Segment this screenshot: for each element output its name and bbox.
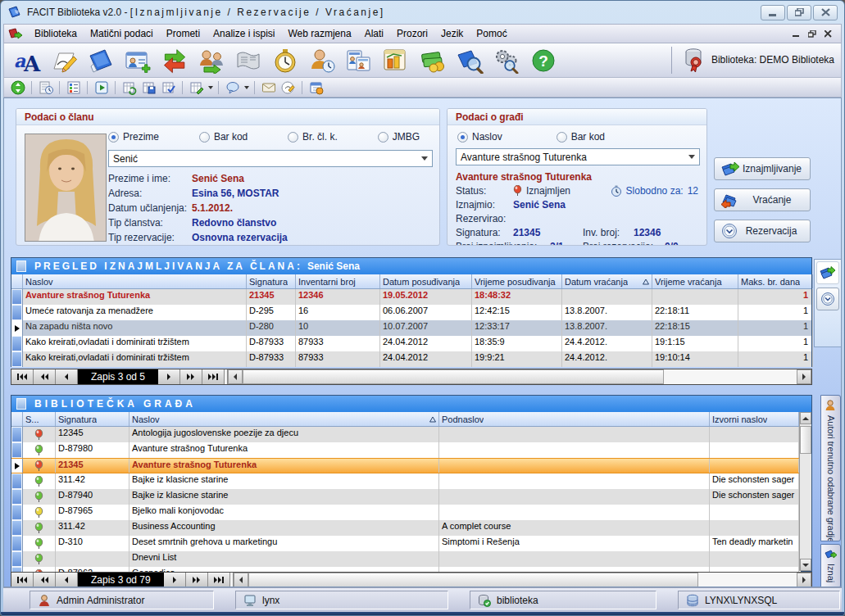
- nav-prev-page-icon[interactable]: [34, 369, 56, 384]
- scroll-left-icon[interactable]: [228, 369, 243, 384]
- catalog-horizontal-scrollbar[interactable]: [233, 573, 811, 587]
- signature-icon[interactable]: [48, 45, 80, 76]
- mdi-minimize-icon[interactable]: [793, 30, 800, 38]
- clock-doc-icon[interactable]: [37, 79, 54, 96]
- member-radio-jmbg[interactable]: JMBG: [378, 131, 420, 143]
- loans-side-tab[interactable]: Iznaj: [820, 544, 841, 587]
- settings-search-icon[interactable]: [490, 45, 523, 76]
- loans-horizontal-scrollbar[interactable]: [227, 369, 811, 384]
- column-header-3[interactable]: Naslov: [129, 412, 439, 426]
- font-style-icon[interactable]: aA: [11, 45, 43, 76]
- member-time-icon[interactable]: [306, 45, 338, 76]
- grid-save-icon[interactable]: [140, 79, 157, 96]
- chart-icon[interactable]: [379, 45, 412, 76]
- return-button[interactable]: Vraćanje: [714, 188, 811, 211]
- close-button[interactable]: [813, 5, 838, 20]
- catalog-table-row[interactable]: D-87940Bajke iz klasicne starineDie scho…: [11, 489, 801, 505]
- catalog-table-row[interactable]: 21345Avanture strašnog Tuturenka: [11, 458, 801, 473]
- menu-item-prometi[interactable]: Prometi: [160, 25, 207, 42]
- catalog-table-row[interactable]: Dnevni List: [11, 551, 801, 567]
- scroll-track[interactable]: [248, 573, 797, 587]
- dropdown-arrow-icon[interactable]: [208, 86, 213, 89]
- menu-item-prozori[interactable]: Prozori: [390, 25, 434, 42]
- column-header-4[interactable]: Podnaslov: [439, 412, 710, 426]
- catalog-table-row[interactable]: D-310Deset smrtnih grehova u marketinguS…: [11, 536, 801, 551]
- nav-next-page-icon[interactable]: [186, 573, 208, 587]
- nav-next-page-icon[interactable]: [180, 369, 202, 384]
- member-radio-br-l-k-[interactable]: Br. čl. k.: [288, 131, 338, 143]
- column-header-8[interactable]: Maks. br. dana: [738, 274, 813, 288]
- column-header-2[interactable]: Signatura: [247, 274, 296, 288]
- catalog-table-row[interactable]: 311.42Bajke iz klasicne starineDie schon…: [11, 473, 801, 489]
- members-transfer-icon[interactable]: [195, 45, 228, 76]
- loan-mini-button[interactable]: [816, 261, 839, 284]
- book-icon[interactable]: [84, 45, 117, 76]
- menu-item-alati[interactable]: Alati: [358, 25, 390, 42]
- column-header-1[interactable]: Naslov: [23, 274, 247, 288]
- loans-table-row[interactable]: Kako kreirati,ovladati i dominirati trži…: [11, 351, 811, 367]
- column-header-7[interactable]: Vrijeme vraćanja: [652, 274, 738, 288]
- loans-table-row[interactable]: Na zapadu ništa novoD-2801010.07.200712:…: [11, 320, 811, 336]
- play-icon[interactable]: [93, 79, 110, 96]
- nav-prev-icon[interactable]: [56, 573, 78, 587]
- loans-table-row[interactable]: Umeće ratovanja za menadžereD-2951606.06…: [11, 305, 811, 320]
- refresh-orb-icon[interactable]: [9, 79, 26, 96]
- scroll-up-icon[interactable]: [800, 412, 811, 424]
- grid-edit-icon[interactable]: [188, 79, 205, 96]
- reserve-button[interactable]: Rezervacija: [714, 220, 811, 242]
- member-radio-bar-kod[interactable]: Bar kod: [199, 131, 248, 143]
- nav-first-icon[interactable]: [11, 573, 34, 587]
- column-header-2[interactable]: Signatura: [56, 412, 129, 426]
- mdi-restore-icon[interactable]: [808, 30, 816, 38]
- catalog-table-row[interactable]: D-87965Bjelko mali konjovodac: [11, 505, 801, 520]
- menu-item-jezik[interactable]: Jezik: [434, 25, 470, 42]
- grid-refresh-icon[interactable]: [120, 79, 138, 96]
- scroll-right-icon[interactable]: [797, 573, 811, 587]
- menu-item-web-razmjena[interactable]: Web razmjena: [281, 25, 357, 42]
- scroll-down-icon[interactable]: [800, 559, 811, 571]
- menu-item-analize-i-ispisi[interactable]: Analize i ispisi: [207, 25, 281, 42]
- loans-table-row[interactable]: Avanture strašnog Tuturenka213451234619.…: [11, 289, 811, 305]
- nav-prev-page-icon[interactable]: [34, 573, 56, 587]
- member-add-icon[interactable]: [121, 45, 154, 76]
- comment-balloon-icon[interactable]: [224, 79, 241, 96]
- scroll-right-icon[interactable]: [797, 369, 811, 384]
- grid-check-icon[interactable]: [160, 79, 177, 96]
- scroll-thumb[interactable]: [243, 369, 664, 384]
- catalog-table-row[interactable]: 311.42Business AccountingA complet cours…: [11, 520, 801, 536]
- menu-item-pomo-[interactable]: Pomoć: [470, 25, 513, 42]
- calendar-icon[interactable]: [307, 79, 325, 96]
- help-icon[interactable]: ?: [527, 45, 560, 76]
- member-cards-icon[interactable]: [343, 45, 375, 76]
- column-header-3[interactable]: Inventarni broj: [296, 274, 380, 288]
- nav-next-icon[interactable]: [164, 573, 186, 587]
- scroll-track[interactable]: [243, 369, 797, 384]
- note-edit-icon[interactable]: [279, 79, 297, 96]
- mdi-child-book-icon[interactable]: [8, 27, 23, 40]
- legend-icon[interactable]: [65, 79, 82, 96]
- item-radio-bar-kod[interactable]: Bar kod: [557, 131, 605, 143]
- loans-table-row[interactable]: Kako kreirati,ovladati i dominirati trži…: [11, 336, 811, 351]
- money-icon[interactable]: [416, 45, 449, 76]
- restore-button[interactable]: [787, 5, 811, 20]
- nav-next-icon[interactable]: [158, 369, 180, 384]
- column-header-5[interactable]: Izvorni naslov: [710, 412, 799, 426]
- item-search-combo[interactable]: Avanture strašnog Tuturenka: [456, 148, 700, 165]
- nav-first-icon[interactable]: [11, 369, 34, 384]
- nav-prev-icon[interactable]: [56, 369, 78, 384]
- menu-item-biblioteka[interactable]: Biblioteka: [28, 25, 84, 42]
- envelope-icon[interactable]: [260, 79, 277, 96]
- catalog-table-row[interactable]: 12345Antologija jugoslovenske poezije za…: [11, 427, 801, 442]
- scroll-thumb[interactable]: [800, 426, 811, 454]
- column-header-1[interactable]: S...: [23, 412, 56, 426]
- authors-side-tab[interactable]: Autori trenutno odabrane gradje: [820, 395, 841, 541]
- stopwatch-icon[interactable]: [269, 45, 302, 76]
- reserve-mini-button[interactable]: [816, 288, 839, 310]
- member-search-combo[interactable]: Senić: [108, 150, 433, 167]
- item-radio-naslov[interactable]: Naslov: [457, 131, 502, 143]
- nav-last-icon[interactable]: [208, 573, 230, 587]
- catalog-vertical-scrollbar[interactable]: [799, 412, 811, 571]
- menu-item-mati-ni-podaci[interactable]: Matični podaci: [84, 25, 160, 42]
- catalog-table-row[interactable]: D-87980Avanture strašnog Tuturenka: [11, 442, 801, 458]
- exchange-arrows-icon[interactable]: [158, 45, 191, 76]
